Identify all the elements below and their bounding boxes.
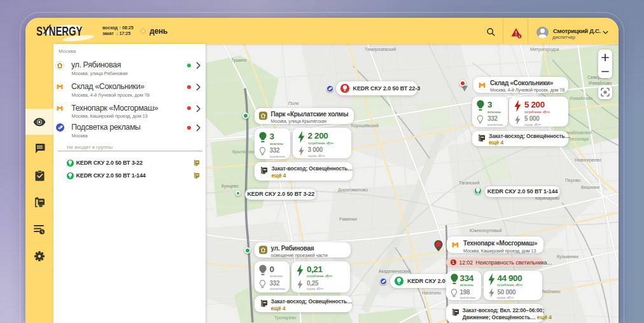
svg-text:Поле: Поле	[288, 101, 299, 106]
svg-text:Нагатино: Нагатино	[422, 291, 441, 295]
svg-text:Тропарёво: Тропарёво	[274, 315, 297, 320]
svg-text:Тимирязевский: Тимирязевский	[365, 47, 396, 52]
svg-text:Измайлово: Измайлово	[589, 81, 612, 85]
svg-text:Новогиреево: Новогиреево	[575, 158, 601, 163]
svg-text:Дорогомилово: Дорогомилово	[338, 188, 368, 193]
svg-text:лесопарк: лесопарк	[570, 137, 589, 142]
svg-text:Кунцево: Кунцево	[221, 184, 239, 189]
svg-text:Люблино: Люблино	[542, 289, 560, 294]
svg-text:Кузьминки: Кузьминки	[557, 254, 578, 259]
svg-text:Раменки: Раменки	[339, 217, 357, 221]
svg-text:Метрогородок: Метрогородок	[530, 47, 559, 52]
svg-text:Академический: Академический	[379, 269, 410, 274]
svg-text:Крылатское: Крылатское	[232, 149, 256, 155]
svg-text:Южнопортовый: Южнопортовый	[470, 228, 502, 233]
svg-text:Перово: Перово	[565, 178, 580, 183]
svg-text:Измайлово: Измайлово	[570, 96, 593, 100]
svg-text:Таганский: Таганский	[459, 181, 479, 185]
svg-text:Хорошёвский: Хорошёвский	[351, 123, 379, 128]
svg-text:Вешняки: Вешняки	[581, 185, 599, 189]
svg-text:Тушино: Тушино	[231, 58, 247, 63]
